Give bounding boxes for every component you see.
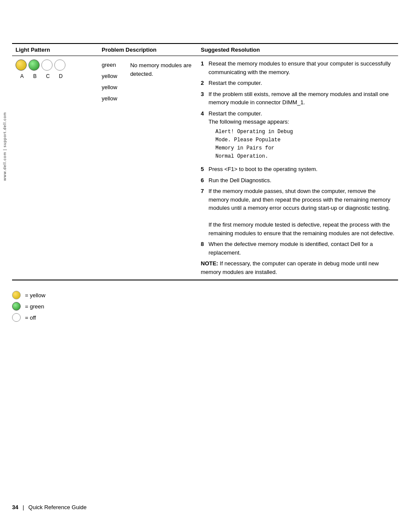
- footer: 34 | Quick Reference Guide: [12, 504, 87, 510]
- problem-description: No memory modules are detected.: [130, 59, 194, 104]
- res-num-1: 1: [201, 59, 208, 68]
- labels-row: A B C D: [16, 72, 95, 80]
- color-list: green yellow yellow yellow: [102, 59, 117, 104]
- side-text: www.dell.com | support.dell.com: [3, 112, 7, 180]
- res-num-5: 5: [201, 165, 208, 174]
- col-header-light: Light Pattern: [12, 44, 98, 56]
- code-block: Alert! Operating in Debug Mode. Please P…: [215, 128, 395, 161]
- note-text: If necessary, the computer can operate i…: [201, 260, 379, 275]
- res-step-7: 7 If the memory module passes, shut down…: [201, 187, 395, 237]
- res-text-5: Press <F1> to boot to the operating syst…: [209, 165, 395, 174]
- resolution-content: 1 Reseat the memory modules to ensure th…: [201, 59, 395, 276]
- res-text-7: If the memory module passes, shut down t…: [209, 187, 395, 237]
- label-a: A: [16, 72, 28, 80]
- legend-item-green: = green: [12, 302, 411, 311]
- color-item-4: yellow: [102, 93, 117, 104]
- res-text-8: When the defective memory module is iden…: [209, 240, 395, 257]
- page-container: www.dell.com | support.dell.com Light Pa…: [0, 0, 411, 532]
- footer-separator: |: [22, 504, 24, 510]
- resolution-cell: 1 Reseat the memory modules to ensure th…: [197, 56, 398, 280]
- table-header-row: Light Pattern Problem Description Sugges…: [12, 44, 398, 56]
- footer-page: 34: [12, 504, 18, 510]
- note-label: NOTE:: [201, 260, 220, 267]
- legend-yellow-label: = yellow: [25, 292, 45, 299]
- res-step-8: 8 When the defective memory module is id…: [201, 240, 395, 257]
- color-item-2: yellow: [102, 71, 117, 82]
- res-num-8: 8: [201, 240, 208, 249]
- label-b: B: [28, 72, 41, 80]
- lights-container: [16, 59, 95, 71]
- legend-section: = yellow = green = off: [12, 291, 411, 322]
- col-header-problem: Problem Description: [98, 44, 197, 56]
- res-num-6: 6: [201, 176, 208, 185]
- label-d: D: [54, 72, 67, 80]
- res-num-7: 7: [201, 187, 208, 196]
- light-b: [28, 59, 40, 71]
- legend-green-circle: [12, 302, 21, 311]
- res-num-4: 4: [201, 109, 208, 118]
- legend-green-label: = green: [25, 303, 44, 310]
- res-text-2: Restart the computer.: [209, 79, 395, 87]
- footer-title: Quick Reference Guide: [28, 504, 87, 510]
- table-row: A B C D green yellow yellow: [12, 56, 398, 280]
- label-c: C: [41, 72, 54, 80]
- legend-item-off: = off: [12, 313, 411, 322]
- res-text-4: Restart the computer. The following mess…: [209, 109, 395, 163]
- res-step-3: 3 If the problem still exists, remove al…: [201, 90, 395, 107]
- legend-off-label: = off: [25, 314, 36, 321]
- res-step-1: 1 Reseat the memory modules to ensure th…: [201, 59, 395, 76]
- side-text-container: www.dell.com | support.dell.com: [0, 60, 9, 233]
- legend-yellow-circle: [12, 291, 21, 299]
- light-a: [16, 59, 27, 71]
- legend-off-circle: [12, 313, 21, 322]
- light-d: [54, 59, 65, 71]
- res-text-6: Run the Dell Diagnostics.: [209, 176, 395, 185]
- res-step-2: 2 Restart the computer.: [201, 79, 395, 87]
- color-item-3: yellow: [102, 82, 117, 93]
- res-text-1: Reseat the memory modules to ensure that…: [209, 59, 395, 76]
- res-num-2: 2: [201, 79, 208, 87]
- res-step-5: 5 Press <F1> to boot to the operating sy…: [201, 165, 395, 174]
- res-step-6: 6 Run the Dell Diagnostics.: [201, 176, 395, 185]
- color-item-1: green: [102, 59, 117, 71]
- main-table: Light Pattern Problem Description Sugges…: [12, 43, 398, 280]
- main-content: Light Pattern Problem Description Sugges…: [12, 0, 398, 280]
- legend-item-yellow: = yellow: [12, 291, 411, 299]
- col-header-resolution: Suggested Resolution: [197, 44, 398, 56]
- note-block: NOTE: If necessary, the computer can ope…: [201, 259, 395, 276]
- color-problem-cell: green yellow yellow yellow No memory mod…: [98, 56, 197, 280]
- res-num-3: 3: [201, 90, 208, 99]
- res-text-3: If the problem still exists, remove all …: [209, 90, 395, 107]
- light-pattern-cell: A B C D: [12, 56, 98, 280]
- light-c: [41, 59, 53, 71]
- res-step-4: 4 Restart the computer. The following me…: [201, 109, 395, 163]
